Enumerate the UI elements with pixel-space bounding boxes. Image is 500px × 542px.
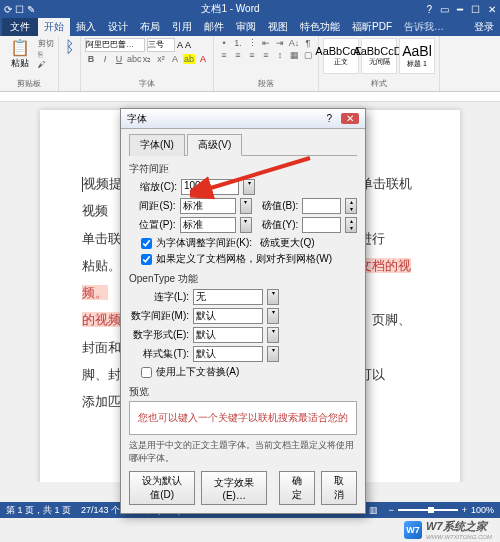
- preview-note: 这是用于中文的正文主题字体。当前文档主题定义将使用哪种字体。: [129, 439, 357, 465]
- ruler[interactable]: [0, 92, 500, 102]
- status-page[interactable]: 第 1 页，共 1 页: [6, 504, 71, 517]
- view-web-icon[interactable]: ▥: [369, 505, 378, 515]
- spacing-select[interactable]: 标准: [180, 198, 236, 214]
- spacing-dropdown-icon[interactable]: ▾: [240, 198, 252, 214]
- tab-references[interactable]: 引用: [166, 18, 198, 36]
- paste-button[interactable]: 📋 粘贴: [4, 38, 36, 70]
- italic-button[interactable]: I: [99, 54, 111, 64]
- tab-home[interactable]: 开始: [38, 18, 70, 36]
- close-icon[interactable]: ✕: [488, 4, 496, 15]
- superscript-button[interactable]: x²: [155, 54, 167, 64]
- grid-align-checkbox[interactable]: [141, 254, 152, 265]
- dialog-close-icon[interactable]: ✕: [341, 113, 359, 124]
- stylistic-dropdown-icon[interactable]: ▾: [267, 346, 279, 362]
- align-center-button[interactable]: ≡: [232, 50, 244, 60]
- dialog-tab-font[interactable]: 字体(N): [129, 134, 185, 156]
- scale-select[interactable]: 100%: [181, 179, 239, 195]
- cancel-button[interactable]: 取消: [321, 471, 357, 505]
- ok-button[interactable]: 确定: [279, 471, 315, 505]
- ligatures-dropdown-icon[interactable]: ▾: [267, 289, 279, 305]
- ribbon-tabs: 文件 开始 插入 设计 布局 引用 邮件 审阅 视图 特色功能 福昕PDF 告诉…: [0, 18, 500, 36]
- position-pt-input[interactable]: [302, 217, 341, 233]
- tab-design[interactable]: 设计: [102, 18, 134, 36]
- styles-label: 样式: [323, 78, 435, 89]
- bullets-button[interactable]: •: [218, 38, 230, 48]
- bluetooth-icon[interactable]: ᛒ: [63, 38, 76, 56]
- underline-button[interactable]: U: [113, 54, 125, 64]
- maximize-icon[interactable]: ☐: [471, 4, 480, 15]
- tab-layout[interactable]: 布局: [134, 18, 166, 36]
- tab-special[interactable]: 特色功能: [294, 18, 346, 36]
- section-preview: 预览: [129, 385, 357, 399]
- highlight-button[interactable]: ab: [183, 54, 195, 64]
- num-spacing-dropdown-icon[interactable]: ▾: [267, 308, 279, 324]
- justify-button[interactable]: ≡: [260, 50, 272, 60]
- num-form-select[interactable]: 默认: [193, 327, 263, 343]
- tab-foxit[interactable]: 福昕PDF: [346, 18, 398, 36]
- minimize-icon[interactable]: ━: [457, 4, 463, 15]
- strike-button[interactable]: abc: [127, 54, 139, 64]
- context-alt-checkbox[interactable]: [141, 367, 152, 378]
- tab-review[interactable]: 审阅: [230, 18, 262, 36]
- style-nospacing[interactable]: AaBbCcDt无间隔: [361, 38, 397, 74]
- tab-mailings[interactable]: 邮件: [198, 18, 230, 36]
- set-default-button[interactable]: 设为默认值(D): [129, 471, 195, 505]
- window-title: 文档1 - Word: [35, 2, 427, 16]
- position-select[interactable]: 标准: [180, 217, 236, 233]
- tab-file[interactable]: 文件: [2, 18, 38, 36]
- spacing-pt-spinner[interactable]: ▴▾: [345, 198, 357, 214]
- font-name-select[interactable]: 阿里巴巴普…: [85, 38, 145, 52]
- copy-button[interactable]: ⎘: [38, 50, 54, 59]
- num-spacing-label: 数字间距(M):: [129, 309, 189, 323]
- quick-access[interactable]: ⟳ ☐ ✎: [4, 4, 35, 15]
- style-heading1[interactable]: AaBl标题 1: [399, 38, 435, 74]
- num-form-dropdown-icon[interactable]: ▾: [267, 327, 279, 343]
- line-spacing-button[interactable]: ↕: [274, 50, 286, 60]
- dialog-tab-advanced[interactable]: 高级(V): [187, 134, 242, 156]
- zoom-out-icon[interactable]: −: [388, 505, 393, 515]
- text-effects-button[interactable]: 文字效果(E)…: [201, 471, 267, 505]
- ribbon-options-icon[interactable]: ▭: [440, 4, 449, 15]
- ligatures-select[interactable]: 无: [193, 289, 263, 305]
- format-painter-button[interactable]: 🖌: [38, 60, 54, 69]
- position-pt-spinner[interactable]: ▴▾: [345, 217, 357, 233]
- watermark-logo-icon: W7: [404, 521, 422, 539]
- align-right-button[interactable]: ≡: [246, 50, 258, 60]
- indent-dec-button[interactable]: ⇤: [260, 38, 272, 48]
- help-icon[interactable]: ?: [426, 4, 432, 15]
- indent-inc-button[interactable]: ⇥: [274, 38, 286, 48]
- zoom-in-icon[interactable]: +: [462, 505, 467, 515]
- multilevel-button[interactable]: ⋮: [246, 38, 258, 48]
- shading-button[interactable]: ▦: [288, 50, 300, 60]
- account-signin[interactable]: 登录: [468, 18, 500, 36]
- bold-button[interactable]: B: [85, 54, 97, 64]
- tab-view[interactable]: 视图: [262, 18, 294, 36]
- dialog-titlebar[interactable]: 字体 ? ✕: [121, 109, 365, 129]
- window-controls: ? ▭ ━ ☐ ✕: [426, 4, 496, 15]
- spacing-pt-input[interactable]: [302, 198, 341, 214]
- grow-font-icon[interactable]: A: [177, 40, 183, 50]
- kerning-checkbox[interactable]: [141, 238, 152, 249]
- scale-dropdown-icon[interactable]: ▾: [243, 179, 255, 195]
- watermark-text: W7系统之家: [426, 519, 492, 534]
- sort-button[interactable]: A↓: [288, 38, 300, 48]
- tab-insert[interactable]: 插入: [70, 18, 102, 36]
- zoom-value[interactable]: 100%: [471, 505, 494, 515]
- subscript-button[interactable]: x₂: [141, 54, 153, 64]
- text-effects-button[interactable]: A: [169, 54, 181, 64]
- borders-button[interactable]: ▢: [302, 50, 314, 60]
- tell-me[interactable]: 告诉我…: [398, 18, 450, 36]
- zoom-slider[interactable]: − + 100%: [388, 505, 494, 515]
- num-spacing-select[interactable]: 默认: [193, 308, 263, 324]
- ribbon: 📋 粘贴 剪切 ⎘ 🖌 剪贴板 ᛒ 阿里巴巴普… 三号 A A B I: [0, 36, 500, 92]
- font-color-button[interactable]: A: [197, 54, 209, 64]
- cut-button[interactable]: 剪切: [38, 38, 54, 49]
- stylistic-select[interactable]: 默认: [193, 346, 263, 362]
- align-left-button[interactable]: ≡: [218, 50, 230, 60]
- numbering-button[interactable]: 1.: [232, 38, 244, 48]
- position-dropdown-icon[interactable]: ▾: [240, 217, 252, 233]
- font-size-select[interactable]: 三号: [147, 38, 175, 52]
- show-marks-button[interactable]: ¶: [302, 38, 314, 48]
- dialog-help-icon[interactable]: ?: [320, 113, 338, 124]
- shrink-font-icon[interactable]: A: [185, 40, 191, 50]
